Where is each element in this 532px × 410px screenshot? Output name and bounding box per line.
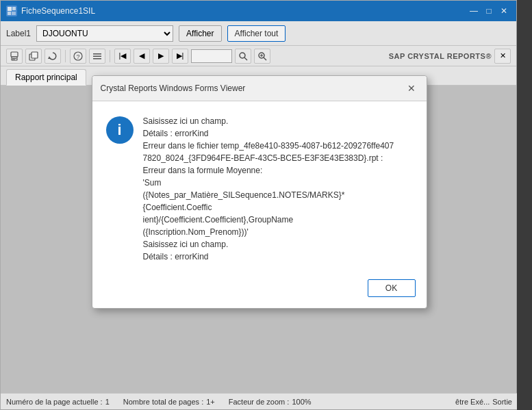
info-icon: i [106, 116, 134, 144]
msg-line2: Détails : errorKind [143, 127, 413, 140]
msg-line9: ({Inscription.Nom_Prenom}))' [143, 226, 413, 238]
msg-line6: 'Sum [143, 177, 413, 189]
dialog-body: i Saisissez ici un champ. Détails : erro… [92, 101, 427, 274]
msg-line8: ient}/{Coefficient.Coefficient},GroupNam… [143, 214, 413, 226]
error-dialog: Crystal Reports Windows Forms Viewer ✕ i… [92, 75, 427, 309]
dialog-close-button[interactable]: ✕ [405, 81, 418, 95]
msg-line11: Détails : errorKind [143, 251, 413, 263]
msg-line5: Erreur dans la formule Moyenne: [143, 164, 413, 177]
dialog-message: Saisissez ici un champ. Détails : errorK… [143, 115, 413, 263]
msg-line7: ({Notes_par_Matière_SILSequence1.NOTES/M… [143, 189, 413, 214]
msg-line1: Saisissez ici un champ. [143, 115, 413, 127]
msg-line4: 7820_8024_{3FD964FE-BEAF-43C5-BCE5-E3F3E… [143, 152, 413, 164]
dialog-overlay: Crystal Reports Windows Forms Viewer ✕ i… [1, 1, 518, 410]
msg-line3: Erreur dans le fichier temp_4fe8e410-839… [143, 140, 413, 152]
dialog-title: Crystal Reports Windows Forms Viewer [101, 84, 246, 93]
msg-line10: Saisissez ici un champ. [143, 238, 413, 251]
main-window: FicheSequence1SIL — □ ✕ Label1 DJOUONTU … [0, 0, 517, 410]
ok-button[interactable]: OK [368, 279, 416, 297]
dialog-footer: OK [92, 274, 427, 308]
dialog-titlebar: Crystal Reports Windows Forms Viewer ✕ [92, 76, 427, 101]
right-strip [517, 0, 532, 410]
